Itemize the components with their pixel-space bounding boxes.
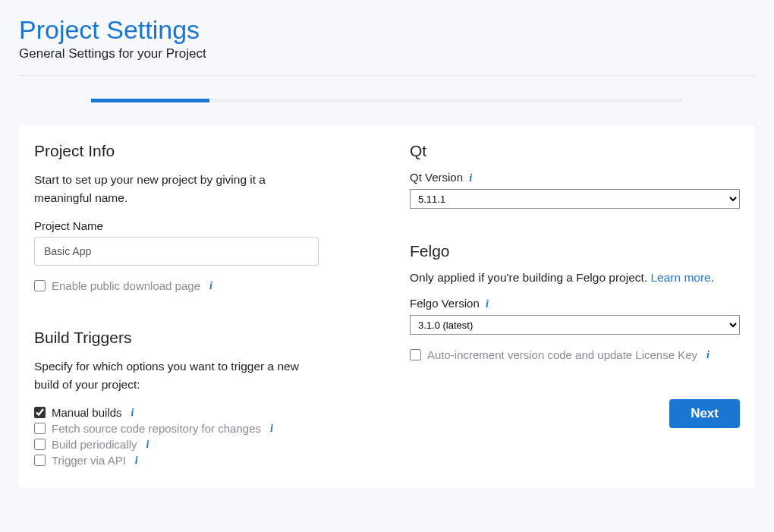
info-icon[interactable]: i [486, 298, 489, 310]
public-download-label: Enable public download page [52, 279, 200, 292]
felgo-learn-more-link[interactable]: Learn more [650, 271, 710, 284]
info-icon[interactable]: i [270, 423, 273, 435]
next-button[interactable]: Next [669, 399, 740, 428]
progress-fill [91, 99, 209, 102]
auto-increment-row: Auto-increment version code and update L… [410, 348, 740, 361]
felgo-version-select[interactable]: 3.1.0 (latest) [410, 315, 740, 335]
settings-card: Project Info Start to set up your new pr… [19, 125, 755, 488]
trigger-manual-row: Manual builds i [34, 406, 364, 419]
trigger-fetch-checkbox[interactable] [34, 423, 46, 434]
auto-increment-label: Auto-increment version code and update L… [427, 348, 697, 361]
qt-version-label-text: Qt Version [410, 171, 463, 184]
left-column: Project Info Start to set up your new pr… [34, 142, 364, 470]
progress-bar [91, 99, 683, 102]
felgo-version-label-text: Felgo Version [410, 297, 480, 310]
trigger-periodic-row: Build periodically i [34, 438, 364, 451]
footer: Next [410, 399, 740, 428]
trigger-api-checkbox[interactable] [34, 455, 46, 466]
page-subtitle: General Settings for your Project [19, 46, 755, 61]
build-triggers-title: Build Triggers [34, 329, 364, 347]
info-icon[interactable]: i [706, 349, 710, 361]
trigger-fetch-row: Fetch source code repository for changes… [34, 422, 364, 435]
project-name-input[interactable] [34, 237, 319, 266]
trigger-fetch-label: Fetch source code repository for changes [52, 422, 261, 435]
info-icon[interactable]: i [469, 172, 472, 184]
qt-version-label: Qt Version i [410, 171, 740, 184]
public-download-checkbox[interactable] [34, 280, 46, 291]
felgo-note-suffix: . [711, 271, 714, 284]
trigger-manual-checkbox[interactable] [34, 407, 46, 418]
trigger-periodic-checkbox[interactable] [34, 439, 46, 450]
info-icon[interactable]: i [146, 439, 149, 451]
trigger-manual-label: Manual builds [52, 406, 122, 419]
trigger-api-label: Trigger via API [52, 454, 126, 467]
info-icon[interactable]: i [131, 407, 134, 419]
felgo-note-prefix: Only applied if you're building a Felgo … [410, 271, 650, 284]
trigger-api-row: Trigger via API i [34, 454, 364, 467]
felgo-version-label: Felgo Version i [410, 297, 740, 310]
project-name-label: Project Name [34, 219, 364, 232]
page-title: Project Settings [19, 15, 755, 45]
info-icon[interactable]: i [209, 280, 212, 292]
qt-title: Qt [410, 142, 740, 160]
felgo-title: Felgo [410, 242, 740, 260]
trigger-periodic-label: Build periodically [52, 438, 137, 451]
qt-version-select[interactable]: 5.11.1 [410, 189, 740, 209]
right-column: Qt Qt Version i 5.11.1 Felgo Only applie… [410, 142, 740, 470]
felgo-note: Only applied if you're building a Felgo … [410, 271, 740, 285]
header-divider [19, 75, 755, 76]
auto-increment-checkbox[interactable] [410, 349, 421, 360]
project-info-title: Project Info [34, 142, 364, 160]
public-download-row: Enable public download page i [34, 279, 364, 292]
info-icon[interactable]: i [135, 455, 138, 467]
build-triggers-desc: Specify for which options you want to tr… [34, 357, 307, 394]
project-info-desc: Start to set up your new project by givi… [34, 171, 307, 207]
